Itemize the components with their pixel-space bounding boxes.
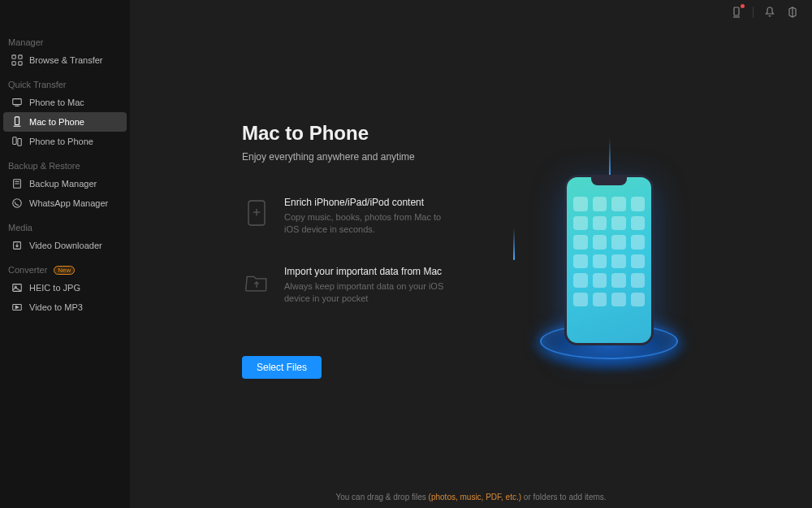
- phone-to-mac-icon: [11, 97, 23, 108]
- backup-icon: [11, 178, 23, 189]
- section-header-converter: Converter New: [0, 260, 130, 278]
- app-grid: [573, 197, 645, 306]
- svg-rect-3: [19, 62, 22, 65]
- select-files-button[interactable]: Select Files: [242, 356, 322, 379]
- section-header-manager: Manager: [0, 33, 130, 50]
- sidebar-item-label: Phone to Phone: [29, 137, 93, 146]
- sidebar-section-converter: Converter New HEIC to JPG Video to MP3: [0, 260, 130, 317]
- feature-enrich: Enrich iPhone/iPad/iPod content Copy mus…: [242, 195, 494, 237]
- sidebar-item-label: Video Downloader: [29, 241, 102, 250]
- device-icon[interactable]: [730, 6, 743, 19]
- svg-rect-6: [15, 117, 19, 125]
- section-header-backup-restore: Backup & Restore: [0, 156, 130, 174]
- sidebar-section-manager: Manager Browse & Transfer: [0, 33, 130, 70]
- whatsapp-icon: [11, 198, 23, 209]
- phone-to-phone-icon: [11, 136, 23, 147]
- sidebar-item-label: HEIC to JPG: [29, 283, 80, 293]
- sidebar-item-whatsapp-manager[interactable]: WhatsApp Manager: [3, 193, 127, 213]
- feature-desc: Copy music, books, photos from Mac to iO…: [284, 211, 455, 237]
- footer-hint: You can drag & drop files (photos, music…: [335, 493, 606, 501]
- phone-illustration: [503, 146, 715, 390]
- beam-icon: [609, 138, 611, 179]
- sidebar: Manager Browse & Transfer Quick Transfer…: [0, 0, 130, 508]
- phone-notch: [591, 177, 627, 185]
- grid-icon: [11, 54, 23, 66]
- new-badge: New: [54, 266, 75, 275]
- main-area: Mac to Phone Enjoy everything anywhere a…: [130, 0, 812, 508]
- gift-icon[interactable]: [786, 6, 799, 19]
- svg-rect-4: [13, 99, 22, 105]
- sidebar-item-label: Phone to Mac: [29, 98, 84, 107]
- phone-plus-icon: [242, 195, 271, 231]
- sidebar-item-label: Video to MP3: [29, 302, 83, 312]
- sidebar-section-quick-transfer: Quick Transfer Phone to Mac Mac to Phone…: [0, 75, 130, 151]
- topbar: [130, 0, 812, 24]
- svg-rect-8: [13, 137, 16, 145]
- bell-icon[interactable]: [763, 6, 776, 19]
- sidebar-item-label: Backup Manager: [29, 179, 97, 189]
- sidebar-item-browse-transfer[interactable]: Browse & Transfer: [3, 50, 127, 70]
- section-header-quick-transfer: Quick Transfer: [0, 75, 130, 93]
- sidebar-item-phone-to-phone[interactable]: Phone to Phone: [3, 132, 127, 151]
- page-subtitle: Enjoy everything anywhere and anytime: [242, 151, 494, 163]
- feature-import: Import your important data from Mac Alwa…: [242, 264, 494, 306]
- image-icon: [11, 282, 23, 293]
- phone-graphic: [564, 175, 654, 345]
- feature-title: Import your important data from Mac: [284, 266, 455, 277]
- section-header-media: Media: [0, 218, 130, 236]
- video-icon: [11, 302, 23, 313]
- notification-dot: [741, 4, 745, 8]
- sidebar-section-backup-restore: Backup & Restore Backup Manager WhatsApp…: [0, 156, 130, 213]
- beam-icon: [513, 228, 515, 260]
- sidebar-item-video-downloader[interactable]: Video Downloader: [3, 236, 127, 255]
- svg-rect-18: [734, 7, 739, 15]
- sidebar-item-label: WhatsApp Manager: [29, 198, 108, 208]
- svg-rect-1: [19, 55, 22, 59]
- folder-upload-icon: [242, 264, 271, 300]
- sidebar-item-mac-to-phone[interactable]: Mac to Phone: [3, 112, 127, 132]
- content: Mac to Phone Enjoy everything anywhere a…: [130, 24, 812, 508]
- page-title: Mac to Phone: [242, 122, 494, 145]
- sidebar-item-video-to-mp3[interactable]: Video to MP3: [3, 297, 127, 317]
- feature-title: Enrich iPhone/iPad/iPod content: [284, 197, 455, 208]
- svg-rect-0: [12, 55, 15, 59]
- divider: [753, 7, 754, 18]
- svg-point-13: [13, 199, 22, 208]
- sidebar-item-backup-manager[interactable]: Backup Manager: [3, 174, 127, 193]
- content-left: Mac to Phone Enjoy everything anywhere a…: [242, 122, 494, 508]
- sidebar-item-label: Browse & Transfer: [29, 55, 102, 65]
- download-icon: [11, 240, 23, 251]
- svg-rect-2: [12, 62, 15, 65]
- sidebar-item-phone-to-mac[interactable]: Phone to Mac: [3, 93, 127, 112]
- sidebar-section-media: Media Video Downloader: [0, 218, 130, 255]
- sidebar-item-label: Mac to Phone: [29, 117, 84, 127]
- svg-rect-9: [18, 139, 21, 146]
- feature-desc: Always keep important data on your iOS d…: [284, 280, 455, 306]
- mac-to-phone-icon: [11, 116, 23, 128]
- sidebar-item-heic-to-jpg[interactable]: HEIC to JPG: [3, 278, 127, 297]
